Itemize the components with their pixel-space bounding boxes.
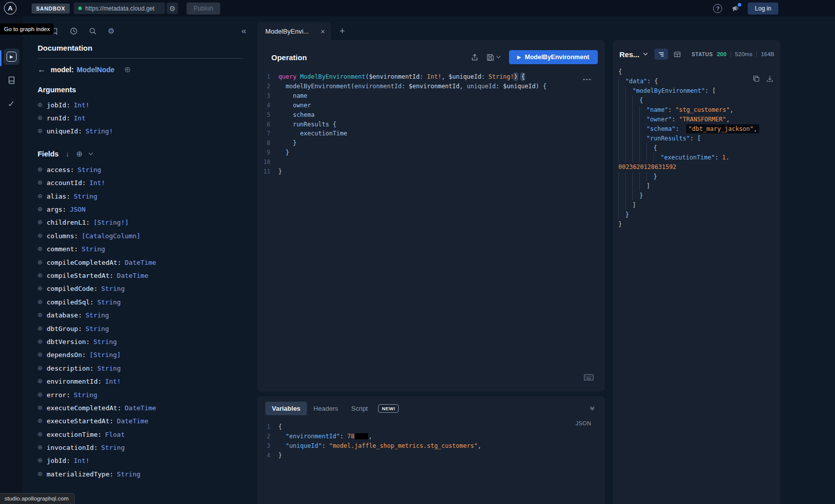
field-type-link[interactable]: DateTime [125,404,156,412]
add-field-icon[interactable]: ⊕ [38,127,42,135]
add-field-icon[interactable]: ⊕ [38,285,42,292]
field-type-link[interactable]: DateTime [117,417,148,425]
doc-field-row[interactable]: ⊕executionTime:Float [38,428,243,441]
add-field-icon[interactable]: ⊕ [38,325,42,332]
response-title-dropdown[interactable]: Res... [619,50,647,59]
field-type-link[interactable]: JSON [70,206,85,213]
field-type-link[interactable]: String [74,391,97,399]
tab-headers[interactable]: Headers [307,402,345,415]
keyboard-shortcuts-icon[interactable] [584,374,594,381]
doc-field-row[interactable]: ⊕compileCompletedAt:DateTime [38,256,243,269]
field-type-link[interactable]: Int! [89,179,105,187]
field-type-link[interactable]: String [74,193,97,200]
field-type-link[interactable]: String [101,285,125,292]
connection-settings-button[interactable]: ⚙ [166,3,178,14]
operation-editor[interactable]: 1query ModelByEnvironment($environmentId… [257,72,605,177]
add-field-icon[interactable]: ⊕ [38,101,42,109]
fields-chevron-icon[interactable] [89,153,92,154]
doc-field-row[interactable]: ⊕invocationId:String [38,441,243,454]
doc-field-row[interactable]: ⊕access:String [38,163,243,176]
apollo-logo[interactable]: A [4,2,17,15]
field-type-link[interactable]: Int! [74,457,89,464]
collapse-variables-icon[interactable] [591,407,594,410]
doc-field-row[interactable]: ⊕uniqueId:String! [38,125,243,138]
add-field-icon[interactable]: ⊕ [38,338,42,346]
add-field-icon[interactable]: ⊕ [38,457,42,464]
breadcrumb-type-link[interactable]: ModelNode [77,66,114,74]
share-operation-button[interactable] [471,54,478,61]
field-type-link[interactable]: [String] [89,351,121,359]
table-view-toggle[interactable] [674,51,681,58]
doc-field-row[interactable]: ⊕dbtGroup:String [38,322,243,335]
doc-field-row[interactable]: ⊕error:String [38,388,243,401]
field-type-link[interactable]: String [85,325,109,332]
field-type-link[interactable]: DateTime [117,272,148,279]
field-type-link[interactable]: String! [85,127,113,135]
help-icon[interactable]: ? [713,4,722,13]
variables-editor[interactable]: 1{2 "environmentId": 78,3 "uniqueId": "m… [257,422,605,460]
doc-field-row[interactable]: ⊕environmentId:Int! [38,375,243,388]
doc-field-row[interactable]: ⊕comment:String [38,243,243,256]
field-type-link[interactable]: [String!] [93,219,128,226]
add-field-icon[interactable]: ⊕ [38,193,42,200]
add-field-icon[interactable]: ⊕ [38,298,42,306]
doc-field-row[interactable]: ⊕jobId:Int! [38,98,243,111]
doc-field-row[interactable]: ⊕dependsOn:[String] [38,349,243,362]
tab-script[interactable]: Script [345,402,374,415]
doc-field-row[interactable]: ⊕jobId:Int! [38,454,243,467]
doc-field-row[interactable]: ⊕accountId:Int! [38,177,243,190]
add-field-icon[interactable]: ⊕ [38,245,42,253]
collapse-panel-icon[interactable]: « [242,26,245,36]
add-field-icon[interactable]: ⊕ [38,219,42,226]
field-type-link[interactable]: String [97,365,121,372]
add-field-icon[interactable]: ⊕ [38,404,42,412]
doc-field-row[interactable]: ⊕executeStartedAt:DateTime [38,415,243,428]
field-type-link[interactable]: String [85,311,109,319]
publish-button[interactable]: Publish [187,3,220,15]
add-type-icon[interactable]: ⊕ [124,66,130,74]
doc-field-row[interactable]: ⊕alias:String [38,190,243,203]
doc-field-row[interactable]: ⊕args:JSON [38,203,243,216]
doc-field-row[interactable]: ⊕database:String [38,308,243,321]
endpoint-url-input[interactable]: https://metadata.cloud.get [74,3,165,14]
download-response-button[interactable] [766,75,773,82]
login-button[interactable]: Log in [748,3,778,15]
copy-response-button[interactable] [753,75,760,82]
doc-field-row[interactable]: ⊕materializedType:String [38,467,243,480]
settings-gear-icon[interactable]: ⚙ [108,27,114,36]
add-field-icon[interactable]: ⊕ [38,259,42,266]
add-field-icon[interactable]: ⊕ [38,365,42,372]
history-icon[interactable] [70,27,78,35]
operation-more-menu[interactable]: ••• [583,76,592,82]
field-type-link[interactable]: [CatalogColumn] [82,232,140,240]
add-field-icon[interactable]: ⊕ [38,470,42,478]
doc-field-row[interactable]: ⊕dbtVersion:String [38,335,243,348]
add-field-icon[interactable]: ⊕ [38,206,42,213]
back-arrow-icon[interactable]: ← [38,65,46,74]
add-field-icon[interactable]: ⊕ [38,431,42,438]
add-field-icon[interactable]: ⊕ [38,179,42,187]
add-field-icon[interactable]: ⊕ [38,272,42,279]
add-field-icon[interactable]: ⊕ [38,378,42,385]
field-type-link[interactable]: String [97,298,121,306]
sort-fields-icon[interactable]: ↓ [66,150,69,158]
rail-item-checks[interactable]: ✓ [4,96,20,112]
doc-field-row[interactable]: ⊕executeCompletedAt:DateTime [38,401,243,414]
doc-field-row[interactable]: ⊕compiledSql:String [38,295,243,308]
add-field-icon[interactable]: ⊕ [38,114,42,122]
tree-view-toggle[interactable] [654,49,668,60]
rail-item-schema[interactable] [4,72,20,88]
search-icon[interactable] [89,27,97,35]
run-operation-button[interactable]: ▶ ModelByEnvironment [509,50,598,64]
add-field-icon[interactable]: ⊕ [38,311,42,319]
field-type-link[interactable]: String [101,444,125,451]
add-field-icon[interactable]: ⊕ [38,351,42,359]
tab-model-by-environment[interactable]: ModelByEnvi... × [257,22,331,40]
announcements-button[interactable] [731,4,740,13]
doc-field-row[interactable]: ⊕description:String [38,362,243,375]
save-operation-button[interactable] [486,54,500,61]
add-field-icon[interactable]: ⊕ [38,391,42,399]
field-type-link[interactable]: Int! [105,378,121,385]
field-type-link[interactable]: String [117,470,140,478]
field-type-link[interactable]: String [82,245,105,253]
